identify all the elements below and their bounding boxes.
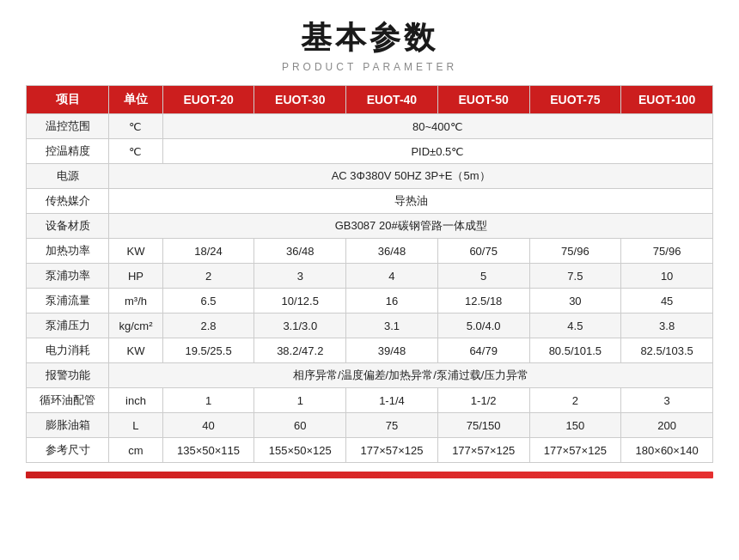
row-euot20: 2 (162, 264, 254, 289)
table-row: 循环油配管inch111-1/41-1/223 (27, 388, 713, 413)
row-euot75: 75/96 (529, 239, 621, 264)
row-euot50: 1-1/2 (437, 388, 529, 413)
row-euot75: 4.5 (529, 313, 621, 338)
table-row: 控温精度℃PID±0.5℃ (27, 139, 713, 164)
table-row: 泵浦压力kg/cm²2.83.1/3.03.15.0/4.04.53.8 (27, 313, 713, 338)
row-euot75: 80.5/101.5 (529, 338, 621, 363)
row-euot75: 30 (529, 289, 621, 313)
params-table: 项目 单位 EUOT-20 EUOT-30 EUOT-40 EUOT-50 EU… (26, 85, 713, 463)
row-euot30: 3.1/3.0 (254, 313, 346, 338)
table-row: 电力消耗KW19.5/25.538.2/47.239/4864/7980.5/1… (27, 338, 713, 363)
row-euot30: 1 (254, 388, 346, 413)
row-euot100: 180×60×140 (621, 438, 713, 463)
row-unit: kg/cm² (109, 313, 162, 338)
row-euot50: 12.5/18 (437, 289, 529, 313)
row-unit: inch (109, 388, 162, 413)
table-row: 电源AC 3Φ380V 50HZ 3P+E（5m） (27, 164, 713, 189)
sub-title: PRODUCT PARAMETER (26, 61, 713, 73)
row-euot40: 39/48 (346, 338, 438, 363)
row-euot30: 38.2/47.2 (254, 338, 346, 363)
row-item: 泵浦压力 (27, 313, 109, 338)
row-euot50: 75/150 (437, 413, 529, 438)
row-euot40: 4 (346, 264, 438, 289)
row-item: 温控范围 (27, 114, 109, 139)
row-euot30: 10/12.5 (254, 289, 346, 313)
row-euot100: 82.5/103.5 (621, 338, 713, 363)
row-euot30: 60 (254, 413, 346, 438)
row-item: 控温精度 (27, 139, 109, 164)
table-row: 参考尺寸cm135×50×115155×50×125177×57×125177×… (27, 438, 713, 463)
row-euot100: 10 (621, 264, 713, 289)
row-euot100: 3 (621, 388, 713, 413)
title-section: 基本参数 PRODUCT PARAMETER (26, 17, 713, 73)
table-row: 报警功能相序异常/温度偏差/加热异常/泵浦过载/压力异常 (27, 363, 713, 388)
row-euot20: 18/24 (162, 239, 254, 264)
col-unit: 单位 (109, 86, 162, 114)
table-row: 加热功率KW18/2436/4836/4860/7575/9675/96 (27, 239, 713, 264)
table-row: 传热媒介导热油 (27, 189, 713, 214)
col-euot75: EUOT-75 (529, 86, 621, 114)
row-item: 电力消耗 (27, 338, 109, 363)
row-euot100: 200 (621, 413, 713, 438)
col-euot100: EUOT-100 (621, 86, 713, 114)
row-euot40: 16 (346, 289, 438, 313)
row-euot20: 2.8 (162, 313, 254, 338)
main-title: 基本参数 (26, 17, 713, 59)
row-euot100: 3.8 (621, 313, 713, 338)
col-euot30: EUOT-30 (254, 86, 346, 114)
row-merged-data: 相序异常/温度偏差/加热异常/泵浦过载/压力异常 (109, 363, 713, 388)
row-euot100: 75/96 (621, 239, 713, 264)
row-item: 膨胀油箱 (27, 413, 109, 438)
row-item: 循环油配管 (27, 388, 109, 413)
row-merged-data: PID±0.5℃ (162, 139, 712, 164)
row-euot30: 155×50×125 (254, 438, 346, 463)
row-euot75: 177×57×125 (529, 438, 621, 463)
row-euot20: 19.5/25.5 (162, 338, 254, 363)
row-unit: m³/h (109, 289, 162, 313)
table-row: 设备材质GB3087 20#碳钢管路一体成型 (27, 214, 713, 239)
row-merged-data: 导热油 (109, 189, 713, 214)
table-row: 温控范围℃80~400℃ (27, 114, 713, 139)
col-euot50: EUOT-50 (437, 86, 529, 114)
row-unit: HP (109, 264, 162, 289)
row-item: 参考尺寸 (27, 438, 109, 463)
row-euot50: 5.0/4.0 (437, 313, 529, 338)
row-euot75: 7.5 (529, 264, 621, 289)
col-euot40: EUOT-40 (346, 86, 438, 114)
row-euot40: 75 (346, 413, 438, 438)
row-item: 加热功率 (27, 239, 109, 264)
row-euot20: 40 (162, 413, 254, 438)
row-euot100: 45 (621, 289, 713, 313)
page-wrapper: 基本参数 PRODUCT PARAMETER 项目 单位 EUOT-20 EUO… (0, 0, 739, 487)
row-unit: ℃ (109, 139, 162, 164)
row-euot30: 3 (254, 264, 346, 289)
row-unit: cm (109, 438, 162, 463)
row-euot50: 5 (437, 264, 529, 289)
row-unit: KW (109, 338, 162, 363)
row-item: 电源 (27, 164, 109, 189)
table-row: 泵浦流量m³/h6.510/12.51612.5/183045 (27, 289, 713, 313)
col-item: 项目 (27, 86, 109, 114)
row-merged-data: AC 3Φ380V 50HZ 3P+E（5m） (109, 164, 713, 189)
bottom-bar (26, 472, 713, 478)
row-euot20: 135×50×115 (162, 438, 254, 463)
row-euot50: 177×57×125 (437, 438, 529, 463)
row-euot75: 150 (529, 413, 621, 438)
row-item: 泵浦功率 (27, 264, 109, 289)
row-euot50: 64/79 (437, 338, 529, 363)
row-euot40: 1-1/4 (346, 388, 438, 413)
row-item: 设备材质 (27, 214, 109, 239)
row-euot50: 60/75 (437, 239, 529, 264)
row-unit: L (109, 413, 162, 438)
row-merged-data: 80~400℃ (162, 114, 712, 139)
row-euot30: 36/48 (254, 239, 346, 264)
row-euot20: 6.5 (162, 289, 254, 313)
row-euot75: 2 (529, 388, 621, 413)
col-euot20: EUOT-20 (162, 86, 254, 114)
table-row: 膨胀油箱L40607575/150150200 (27, 413, 713, 438)
row-euot40: 36/48 (346, 239, 438, 264)
row-merged-data: GB3087 20#碳钢管路一体成型 (109, 214, 713, 239)
row-unit: ℃ (109, 114, 162, 139)
row-item: 传热媒介 (27, 189, 109, 214)
row-euot40: 177×57×125 (346, 438, 438, 463)
